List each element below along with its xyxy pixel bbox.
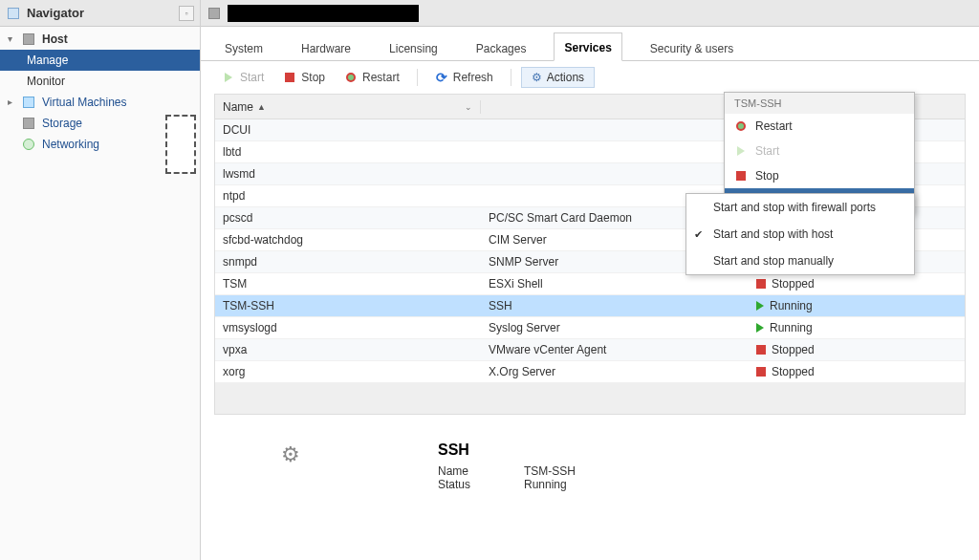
- tab-security[interactable]: Security & users: [640, 33, 744, 61]
- main-panel: System Hardware Licensing Packages Servi…: [201, 0, 979, 560]
- tab-licensing[interactable]: Licensing: [379, 33, 448, 61]
- tree-monitor[interactable]: Monitor: [0, 71, 200, 92]
- networking-label: Networking: [42, 138, 99, 151]
- refresh-button[interactable]: ⟳ Refresh: [427, 68, 501, 87]
- cell-name: TSM-SSH: [215, 299, 481, 312]
- cell-status: Running: [749, 299, 965, 312]
- tab-hardware[interactable]: Hardware: [291, 33, 361, 61]
- manage-label: Manage: [27, 54, 68, 67]
- detail-status-key: Status: [438, 478, 495, 491]
- stop-icon: [283, 71, 296, 84]
- table-row[interactable]: xorgX.Org ServerStopped: [215, 361, 965, 383]
- cell-name: vmsyslogd: [215, 321, 481, 334]
- tree-vms[interactable]: ▸ Virtual Machines: [0, 92, 200, 113]
- server-icon: [207, 6, 222, 21]
- host-name-redacted: [228, 5, 419, 22]
- menu-stop[interactable]: Stop: [725, 163, 914, 188]
- collapse-panel-button[interactable]: ▫: [179, 6, 194, 21]
- cell-name: sfcbd-watchdog: [215, 233, 481, 247]
- cell-name: xorg: [215, 365, 481, 378]
- vm-icon: [21, 95, 36, 110]
- cell-name: DCUI: [215, 123, 481, 137]
- stop-icon: [734, 169, 748, 183]
- navigator-icon: [6, 6, 21, 21]
- cell-desc: ESXi Shell: [481, 277, 749, 291]
- submenu-with-host[interactable]: ✔ Start and stop with host: [686, 221, 914, 248]
- start-button[interactable]: Start: [214, 68, 272, 87]
- refresh-icon: ⟳: [435, 71, 448, 84]
- cell-name: pcscd: [215, 211, 481, 225]
- table-row[interactable]: TSMESXi ShellStopped: [215, 273, 965, 295]
- table-footer: [215, 383, 965, 414]
- tab-services[interactable]: Services: [554, 32, 621, 61]
- sort-asc-icon: ▲: [257, 102, 266, 112]
- navigator-header: Navigator ▫: [0, 0, 200, 27]
- cell-status: Stopped: [749, 277, 965, 291]
- navigator-sidebar: Navigator ▫ ▾ Host Manage Monitor ▸ Virt…: [0, 0, 201, 560]
- cell-desc: Syslog Server: [481, 321, 749, 334]
- gear-icon: ⚙: [277, 442, 304, 468]
- stopped-icon: [756, 367, 766, 377]
- monitor-label: Monitor: [27, 75, 65, 88]
- policy-submenu: Start and stop with firewall ports ✔ Sta…: [685, 193, 915, 275]
- play-icon: [734, 144, 748, 158]
- cell-desc: VMware vCenter Agent: [481, 343, 749, 356]
- drop-target-placeholder: [165, 115, 196, 174]
- menu-restart[interactable]: Restart: [725, 114, 914, 139]
- vms-label: Virtual Machines: [42, 96, 127, 109]
- restart-icon: [734, 119, 748, 133]
- detail-status-value: Running: [524, 478, 567, 491]
- service-details: ⚙ SSH Name TSM-SSH Status Running: [201, 415, 979, 491]
- running-icon: [756, 323, 764, 333]
- separator: [417, 69, 418, 86]
- play-icon: [222, 71, 235, 84]
- cell-desc: X.Org Server: [481, 365, 749, 378]
- navigator-title: Navigator: [27, 6, 84, 20]
- storage-label: Storage: [42, 117, 82, 130]
- expand-toggle-icon[interactable]: ▸: [8, 97, 17, 107]
- cell-name: TSM: [215, 277, 481, 291]
- tab-packages[interactable]: Packages: [466, 33, 537, 61]
- separator: [511, 69, 511, 86]
- restart-button[interactable]: Restart: [337, 68, 407, 87]
- stop-button[interactable]: Stop: [275, 68, 333, 87]
- host-label: Host: [42, 32, 68, 46]
- menu-header: TSM-SSH: [725, 93, 914, 114]
- running-icon: [756, 301, 764, 311]
- tree-host[interactable]: ▾ Host: [0, 29, 200, 50]
- detail-name-key: Name: [438, 464, 495, 478]
- detail-name-value: TSM-SSH: [524, 464, 576, 478]
- networking-icon: [21, 137, 36, 152]
- toolbar: Start Stop Restart ⟳ Refresh ⚙ Actions: [201, 61, 979, 94]
- storage-icon: [21, 116, 36, 131]
- cell-name: snmpd: [215, 255, 481, 269]
- tree-manage[interactable]: Manage: [0, 50, 200, 71]
- tab-system[interactable]: System: [214, 33, 273, 61]
- menu-start: Start: [725, 139, 914, 163]
- actions-button[interactable]: ⚙ Actions: [521, 67, 595, 88]
- expand-toggle-icon[interactable]: ▾: [8, 34, 17, 44]
- stopped-icon: [756, 345, 766, 355]
- table-row[interactable]: vpxaVMware vCenter AgentStopped: [215, 339, 965, 361]
- col-name[interactable]: Name ▲ ⌄: [215, 100, 481, 114]
- cell-status: Stopped: [749, 365, 965, 378]
- cell-name: ntpd: [215, 189, 481, 203]
- col-desc[interactable]: ⌄: [481, 102, 749, 112]
- cell-desc: SSH: [481, 299, 749, 312]
- detail-title: SSH: [438, 442, 576, 459]
- table-row[interactable]: vmsyslogdSyslog ServerRunning: [215, 317, 965, 339]
- stopped-icon: [756, 279, 766, 289]
- cell-status: Stopped: [749, 343, 965, 356]
- submenu-firewall-ports[interactable]: Start and stop with firewall ports: [686, 194, 914, 221]
- restart-icon: [344, 71, 358, 84]
- cell-status: Running: [749, 321, 965, 334]
- host-icon: [21, 32, 36, 47]
- gear-icon: ⚙: [532, 71, 542, 84]
- chevron-down-icon[interactable]: ⌄: [465, 102, 472, 112]
- table-row[interactable]: TSM-SSHSSHRunning: [215, 295, 965, 317]
- cell-name: lbtd: [215, 145, 481, 159]
- titlebar: [201, 0, 979, 27]
- cell-name: vpxa: [215, 343, 481, 356]
- tabs: System Hardware Licensing Packages Servi…: [201, 27, 979, 61]
- submenu-manually[interactable]: Start and stop manually: [686, 248, 914, 274]
